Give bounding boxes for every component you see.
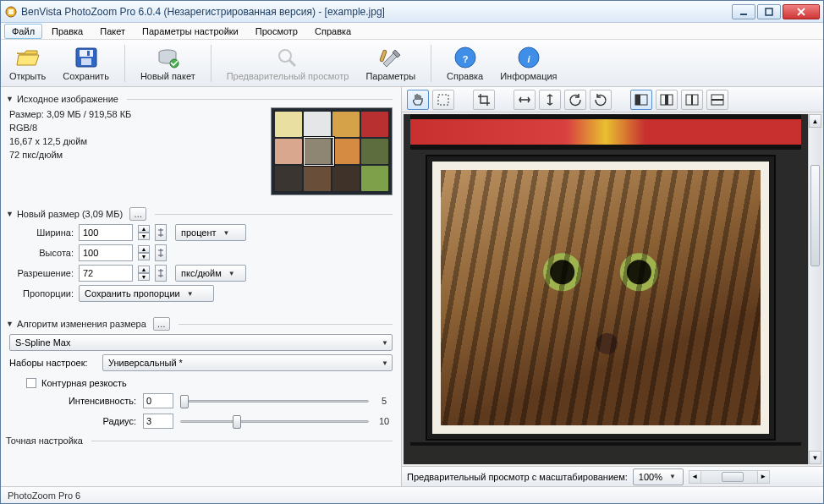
height-link-button[interactable]	[155, 244, 167, 261]
svg-rect-18	[635, 95, 640, 105]
svg-rect-1	[8, 9, 14, 14]
resolution-input[interactable]	[79, 265, 133, 282]
newsize-more-button[interactable]: …	[129, 207, 146, 221]
height-spinner[interactable]: ▲▼	[138, 245, 150, 260]
radius-input[interactable]	[143, 414, 173, 429]
marquee-tool-button[interactable]	[432, 90, 454, 110]
resolution-spinner[interactable]: ▲▼	[138, 266, 150, 281]
split-center-button[interactable]	[656, 90, 678, 110]
scroll-up-button[interactable]: ▲	[809, 114, 821, 128]
titlebar: BenVista PhotoZoom Pro 6.0.4 (Незарегист…	[1, 1, 823, 23]
height-input[interactable]	[79, 244, 133, 261]
floppy-icon	[74, 46, 99, 69]
svg-rect-3	[766, 8, 772, 15]
menu-file[interactable]: Файл	[4, 24, 42, 39]
menu-help[interactable]: Справка	[307, 24, 359, 39]
source-info: Размер: 3,09 МБ / 919,58 КБ RGB/8 16,67 …	[9, 107, 131, 162]
status-bar: PhotoZoom Pro 6	[1, 486, 823, 503]
sharpness-label: Контурная резкость	[41, 378, 127, 388]
scroll-right-button[interactable]: ►	[757, 471, 769, 483]
vertical-scrollbar[interactable]: ▲ ▼	[808, 114, 821, 464]
svg-rect-2	[740, 14, 747, 15]
size-unit-combo[interactable]: процент▼	[175, 224, 246, 241]
preview-bottom-bar: Предварительный просмотр с масштабирован…	[402, 466, 823, 486]
menu-batch[interactable]: Пакет	[92, 24, 133, 39]
crop-button[interactable]	[473, 90, 495, 110]
left-panel: ▼ Исходное изображение Размер: 3,09 МБ /…	[1, 87, 402, 486]
h-scroll-thumb[interactable]	[722, 472, 744, 482]
algorithm-more-button[interactable]: …	[153, 317, 170, 331]
width-label: Ширина:	[9, 227, 74, 238]
v-scroll-thumb[interactable]	[810, 165, 820, 266]
menu-view[interactable]: Просмотр	[248, 24, 305, 39]
height-label: Высота:	[9, 248, 74, 258]
batch-icon	[155, 46, 180, 69]
intensity-label: Интенсивность:	[9, 396, 136, 406]
window-title: BenVista PhotoZoom Pro 6.0.4 (Незарегист…	[21, 6, 732, 18]
new-batch-button[interactable]: Новый пакет	[139, 44, 197, 83]
intensity-slider[interactable]	[180, 393, 369, 408]
split-horizontal-button[interactable]	[706, 90, 728, 110]
newsize-heading[interactable]: ▼ Новый размер (3,09 МБ) …	[6, 207, 393, 221]
scroll-down-button[interactable]: ▼	[809, 451, 821, 464]
navigator-thumbnail[interactable]	[271, 107, 393, 195]
open-button[interactable]: Открыть	[8, 44, 47, 83]
menu-edit[interactable]: Правка	[44, 24, 91, 39]
params-button[interactable]: Параметры	[364, 44, 417, 83]
fine-heading[interactable]: Точная настройка	[6, 436, 393, 446]
tools-icon	[378, 46, 404, 69]
pan-tool-button[interactable]	[407, 90, 429, 110]
help-button[interactable]: ? Справка	[445, 44, 485, 83]
info-icon: i	[516, 46, 541, 69]
preview-canvas[interactable]	[404, 114, 808, 464]
aspect-label: Пропорции:	[9, 288, 74, 299]
navigator-selection[interactable]	[304, 137, 334, 166]
horizontal-scrollbar[interactable]: ◄ ►	[689, 470, 770, 484]
split-vertical-button[interactable]	[681, 90, 703, 110]
menubar: Файл Правка Пакет Параметры настройки Пр…	[1, 23, 823, 40]
preview-toolbar	[402, 87, 823, 112]
preset-combo[interactable]: Универсальный *▼	[102, 354, 393, 371]
width-link-button[interactable]	[155, 224, 167, 241]
rotate-ccw-button[interactable]	[564, 90, 586, 110]
resolution-label: Разрешение:	[9, 268, 74, 278]
app-window: BenVista PhotoZoom Pro 6.0.4 (Незарегист…	[0, 0, 824, 504]
flip-h-button[interactable]	[514, 90, 536, 110]
resolution-unit-combo[interactable]: пкс/дюйм▼	[175, 265, 246, 282]
algorithm-heading[interactable]: ▼ Алгоритм изменения размера …	[6, 317, 393, 331]
radius-label: Радиус:	[9, 416, 136, 426]
resolution-link-button[interactable]	[155, 265, 167, 282]
zoom-combo[interactable]: 100%▼	[633, 468, 684, 485]
collapse-icon: ▼	[6, 210, 14, 218]
source-heading[interactable]: ▼ Исходное изображение	[6, 94, 393, 104]
width-input[interactable]	[79, 224, 133, 241]
split-left-button[interactable]	[630, 90, 652, 110]
rotate-cw-button[interactable]	[590, 90, 612, 110]
save-button[interactable]: Сохранить	[61, 44, 111, 83]
svg-rect-11	[379, 49, 387, 62]
scroll-left-button[interactable]: ◄	[689, 471, 701, 483]
flip-v-button[interactable]	[539, 90, 561, 110]
intensity-input[interactable]	[143, 393, 173, 408]
width-spinner[interactable]: ▲▼	[138, 225, 150, 240]
aspect-combo[interactable]: Сохранить пропорции▼	[79, 285, 214, 302]
svg-rect-6	[81, 58, 91, 65]
minimize-button[interactable]	[732, 4, 755, 19]
svg-rect-5	[80, 50, 93, 57]
sharpness-checkbox[interactable]	[26, 378, 36, 388]
help-icon: ?	[453, 46, 478, 69]
preview-zoom-label: Предварительный просмотр с масштабирован…	[407, 472, 628, 482]
svg-text:?: ?	[462, 54, 468, 64]
svg-point-10	[279, 50, 291, 62]
collapse-icon: ▼	[6, 95, 14, 103]
collapse-icon: ▼	[6, 320, 14, 328]
menu-settings[interactable]: Параметры настройки	[135, 24, 246, 39]
preview-button[interactable]: Предварительный просмотр	[225, 44, 351, 83]
close-button[interactable]	[783, 4, 820, 19]
method-combo[interactable]: S-Spline Max▼	[9, 334, 393, 351]
radius-slider[interactable]	[180, 414, 369, 429]
info-button[interactable]: i Информация	[498, 44, 558, 83]
maximize-button[interactable]	[757, 4, 781, 19]
main-toolbar: Открыть Сохранить Новый пакет Предварите…	[1, 40, 823, 87]
svg-rect-20	[665, 95, 668, 105]
